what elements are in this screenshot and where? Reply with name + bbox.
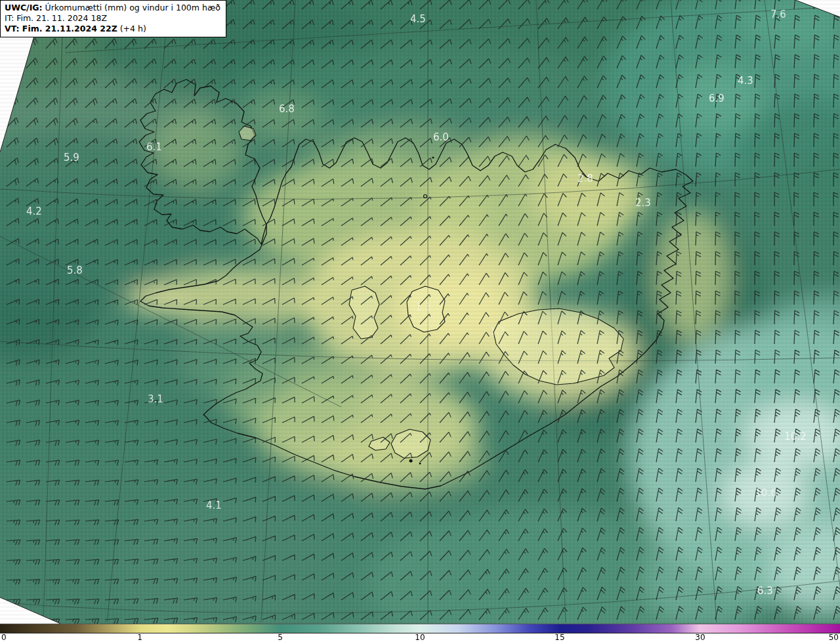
model-label: UWC/IG:: [5, 3, 43, 12]
weather-map-product: 4.57.64.36.96.86.06.15.92.82.34.25.81.31…: [0, 0, 840, 642]
contour-label: 6.1: [146, 141, 162, 153]
contour-label: 10.2: [784, 431, 806, 442]
title-box: UWC/IG: Úrkomumætti (mm) og vindur i 100…: [0, 0, 226, 37]
precip-blob: [656, 210, 728, 341]
precipitation-wind-map: 4.57.64.36.96.86.06.15.92.82.34.25.81.31…: [0, 0, 840, 624]
title-line: UWC/IG: Úrkomumætti (mm) og vindur i 100…: [5, 3, 220, 13]
colorbar-tick-label: 15: [555, 633, 564, 642]
valid-time-line: VT: Fim. 21.11.2024 22Z (+4 h): [5, 24, 220, 34]
colorbar-tick-label: 30: [695, 633, 705, 642]
contour-label: 4.2: [26, 205, 42, 217]
contour-label: 4.3: [738, 75, 753, 87]
contour-label: 6.0: [433, 131, 449, 143]
island-hrisey: [432, 157, 434, 159]
valid-time: VT: Fim. 21.11.2024 22Z: [5, 24, 117, 33]
contour-label: 7.6: [770, 9, 786, 20]
contour-label: 4.1: [206, 500, 222, 511]
contour-label: 6.9: [709, 93, 724, 104]
island-vestmannaeyjar: [410, 460, 413, 463]
contour-label: 2.3: [635, 197, 651, 209]
contour-label: 3.1: [148, 393, 163, 405]
precip-blob: [532, 154, 650, 233]
contour-label: 6.3: [757, 585, 773, 597]
precip-blob: [308, 135, 387, 174]
contour-label: 2.8: [578, 173, 593, 184]
init-time-line: IT: Fim. 21. 11. 2024 18Z: [5, 13, 220, 24]
contour-label: 5.9: [64, 152, 79, 163]
contour-label: 5.8: [67, 265, 83, 276]
colorbar-gradient: [0, 624, 840, 633]
lead-time: (+4 h): [120, 24, 146, 33]
contour-label: 1.3: [490, 326, 505, 337]
precipitation-colorbar: 01510153050: [0, 624, 840, 642]
colorbar-tick-label: 10: [415, 633, 425, 642]
colorbar-tick-label: 1: [137, 633, 142, 642]
colorbar-ticks: 01510153050: [0, 633, 840, 642]
colorbar-tick-label: 5: [278, 633, 283, 642]
precip-blob: [129, 286, 184, 312]
contour-label: 10.6: [755, 487, 776, 499]
contour-label: 1.3: [415, 301, 431, 313]
colorbar-tick-label: 50: [829, 633, 839, 642]
contour-label: 6.8: [279, 103, 295, 115]
island-dot: [419, 463, 421, 465]
map-title: Úrkomumætti (mm) og vindur i 100m hæð: [45, 3, 220, 12]
colorbar-tick-label: 0: [1, 633, 7, 642]
contour-label: 4.5: [410, 13, 426, 25]
